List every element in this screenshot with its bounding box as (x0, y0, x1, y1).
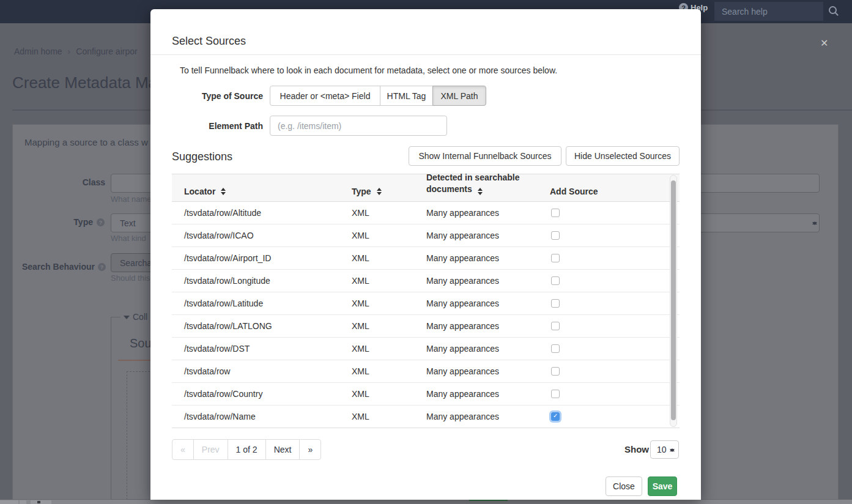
tab-html-tag[interactable]: HTML Tag (380, 86, 433, 106)
table-header-row: Locator Type Detected in searchable docu… (172, 174, 680, 202)
close-icon[interactable]: ✕ (820, 37, 828, 49)
detected-cell: Many appearances (426, 298, 499, 308)
behaviour-help-text: Should this (111, 273, 150, 283)
locator-cell: /tsvdata/row/LATLONG (184, 321, 272, 331)
select-spinner-icon (670, 446, 675, 454)
add-source-checkbox[interactable] (551, 322, 560, 330)
panel-legend[interactable]: Coll (120, 312, 150, 322)
close-button[interactable]: Close (606, 476, 642, 496)
element-path-input[interactable] (270, 116, 447, 136)
help-search-input[interactable]: Search help (714, 2, 823, 21)
screen: Help Search help Admin home › Configure … (0, 0, 852, 504)
type-help-icon[interactable] (97, 218, 105, 226)
add-source-checkbox[interactable] (551, 390, 560, 398)
sort-icon (478, 188, 483, 195)
pagination-first-button[interactable]: « (172, 439, 194, 460)
detected-cell: Many appearances (426, 231, 499, 240)
sources-heading: Sou (130, 336, 152, 350)
save-button[interactable]: Save (648, 476, 677, 496)
table-row: /tsvdata/row/Longitude XML Many appearan… (172, 270, 680, 292)
mapping-intro-text: Mapping a source to a class w (24, 137, 148, 147)
type-cell: XML (352, 208, 369, 218)
add-source-checkbox[interactable] (551, 231, 560, 240)
add-source-checkbox[interactable] (551, 344, 560, 353)
breadcrumb-separator: › (68, 46, 71, 56)
bottom-bar-segment (31, 500, 51, 504)
column-header-add-source: Add Source (550, 187, 598, 196)
type-cell: XML (352, 276, 369, 286)
detected-cell: Many appearances (426, 412, 499, 421)
behaviour-value: Searcha (120, 258, 152, 268)
add-source-checkbox[interactable] (551, 209, 560, 217)
column-header-locator[interactable]: Locator (184, 187, 226, 196)
caret-down-icon (124, 316, 130, 322)
pagination: « Prev 1 of 2 Next » (172, 439, 321, 460)
search-behaviour-label: Search Behaviour (18, 262, 95, 272)
locator-cell: /tsvdata/row (184, 366, 230, 376)
locator-cell: /tsvdata/row/Longitude (184, 276, 270, 286)
pagination-next-button[interactable]: Next (265, 439, 300, 460)
table-row: /tsvdata/row/DST XML Many appearances (172, 338, 680, 360)
detected-cell: Many appearances (426, 366, 499, 376)
locator-cell: /tsvdata/row/Name (184, 412, 256, 421)
locator-cell: /tsvdata/row/Country (184, 389, 262, 399)
table-row: /tsvdata/row/LATLONG XML Many appearance… (172, 315, 680, 338)
tab-xml-path[interactable]: XML Path (432, 86, 486, 106)
panel-legend-label: Coll (133, 312, 147, 322)
hide-unselected-sources-button[interactable]: Hide Unselected Sources (566, 146, 680, 166)
detected-cell: Many appearances (426, 276, 499, 286)
column-header-type[interactable]: Type (352, 187, 382, 196)
suggestions-heading: Suggestions (172, 150, 232, 163)
breadcrumb-home-link[interactable]: Admin home (14, 46, 62, 56)
element-path-label: Element Path (172, 121, 263, 131)
locator-cell: /tsvdata/row/DST (184, 344, 250, 354)
locator-cell: /tsvdata/row/Latitude (184, 298, 263, 308)
add-source-checkbox[interactable] (551, 276, 560, 285)
table-row: /tsvdata/row/ICAO XML Many appearances (172, 224, 680, 247)
locator-cell: /tsvdata/row/Airport_ID (184, 253, 271, 263)
page-size-select[interactable]: 10 (650, 440, 679, 459)
scrollbar-thumb[interactable] (671, 180, 676, 420)
pagination-current-page: 1 of 2 (228, 439, 266, 460)
type-cell: XML (352, 298, 369, 308)
locator-cell: /tsvdata/row/ICAO (184, 231, 254, 240)
bottom-bar-dot (37, 501, 40, 503)
table-scrollbar[interactable] (670, 175, 677, 427)
breadcrumb: Admin home › Configure airpor (14, 46, 138, 56)
type-cell: XML (352, 253, 369, 263)
show-internal-sources-button[interactable]: Show Internal Funnelback Sources (409, 146, 561, 166)
green-button-sliver (469, 500, 508, 501)
class-help-text: What name (111, 195, 151, 204)
table-row: /tsvdata/row/Country XML Many appearance… (172, 383, 680, 406)
select-sources-modal: Select Sources ✕ To tell Funnelback wher… (150, 9, 701, 500)
type-select-value: Text (120, 218, 136, 228)
add-source-checkbox[interactable] (551, 299, 560, 308)
table-row: /tsvdata/row/Altitude XML Many appearanc… (172, 202, 680, 224)
search-icon[interactable] (828, 6, 839, 19)
add-source-checkbox[interactable] (551, 367, 560, 376)
type-cell: XML (352, 366, 369, 376)
detected-cell: Many appearances (426, 321, 499, 331)
column-header-detected[interactable]: Detected in searchable documents (426, 172, 540, 196)
add-source-checkbox[interactable] (551, 254, 560, 262)
bottom-bar (0, 500, 852, 504)
type-cell: XML (352, 321, 369, 331)
show-label: Show (624, 444, 649, 454)
type-help-text: What kind (111, 234, 146, 243)
pagination-prev-button[interactable]: Prev (193, 439, 228, 460)
bottom-bar-segment (0, 500, 18, 504)
pagination-last-button[interactable]: » (299, 439, 321, 460)
bottom-bar-segment (20, 500, 26, 504)
sort-icon (221, 188, 226, 195)
behaviour-help-icon[interactable] (98, 263, 106, 271)
class-label: Class (38, 177, 105, 187)
type-of-source-label: Type of Source (172, 91, 263, 101)
table-row: /tsvdata/row/Name XML Many appearances (172, 406, 680, 428)
type-cell: XML (352, 344, 369, 354)
tab-header-meta-field[interactable]: Header or <meta> Field (270, 86, 380, 106)
suggestions-table: Locator Type Detected in searchable docu… (172, 174, 680, 428)
modal-intro-text: To tell Funnelback where to look in each… (180, 65, 557, 75)
page-size-value: 10 (657, 445, 667, 454)
add-source-checkbox[interactable] (551, 412, 560, 421)
type-cell: XML (352, 412, 369, 421)
